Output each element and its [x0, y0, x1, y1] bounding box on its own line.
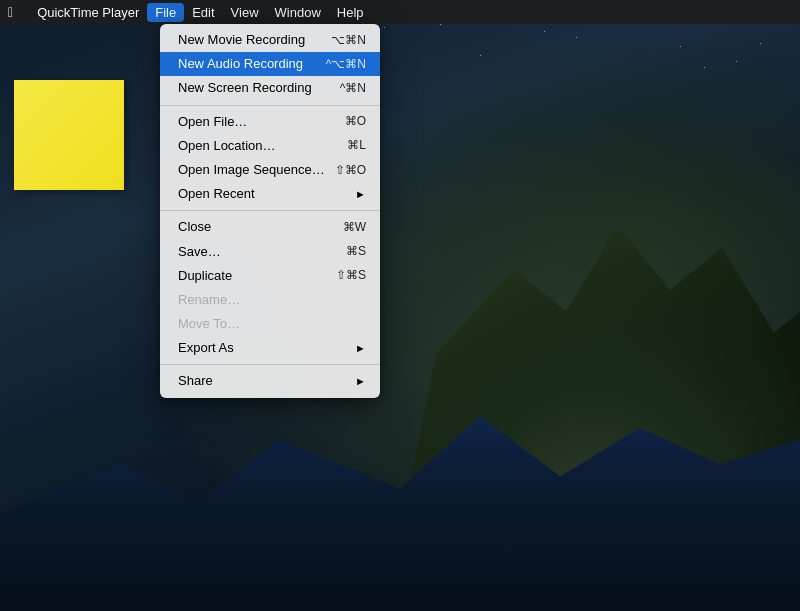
menu-item-new-audio-shortcut: ^⌥⌘N [326, 56, 366, 73]
menu-item-open-file[interactable]: Open File… ⌘O [160, 110, 380, 134]
submenu-arrow-open-recent: ► [355, 187, 366, 202]
menubar-help[interactable]: Help [329, 3, 372, 22]
menu-item-share-label: Share [178, 372, 355, 390]
menubar-edit[interactable]: Edit [184, 3, 222, 22]
menu-item-save[interactable]: Save… ⌘S [160, 240, 380, 264]
menu-item-duplicate-label: Duplicate [178, 267, 336, 285]
menu-item-new-screen[interactable]: New Screen Recording ^⌘N [160, 76, 380, 100]
apple-menu[interactable]:  [8, 4, 13, 20]
separator-1 [160, 105, 380, 106]
menu-item-export-as-label: Export As [178, 339, 355, 357]
menubar-window[interactable]: Window [267, 3, 329, 22]
menu-item-share[interactable]: Share ► [160, 369, 380, 393]
menu-item-new-movie[interactable]: New Movie Recording ⌥⌘N [160, 28, 380, 52]
menu-item-open-file-label: Open File… [178, 113, 345, 131]
menu-item-open-image-seq-shortcut: ⇧⌘O [335, 162, 366, 179]
menu-item-open-recent[interactable]: Open Recent ► [160, 182, 380, 206]
menu-item-duplicate-shortcut: ⇧⌘S [336, 267, 366, 284]
separator-3 [160, 364, 380, 365]
menu-item-rename-label: Rename… [178, 291, 366, 309]
menu-item-save-shortcut: ⌘S [346, 243, 366, 260]
menu-item-new-audio-label: New Audio Recording [178, 55, 326, 73]
menu-item-new-screen-shortcut: ^⌘N [340, 80, 366, 97]
menu-item-move-to-label: Move To… [178, 315, 366, 333]
menu-item-save-label: Save… [178, 243, 346, 261]
menubar-app-name[interactable]: QuickTime Player [29, 3, 147, 22]
menu-item-open-recent-label: Open Recent [178, 185, 355, 203]
submenu-arrow-export-as: ► [355, 341, 366, 356]
menu-item-new-audio[interactable]: New Audio Recording ^⌥⌘N [160, 52, 380, 76]
menu-item-duplicate[interactable]: Duplicate ⇧⌘S [160, 264, 380, 288]
menu-item-close-shortcut: ⌘W [343, 219, 366, 236]
menu-item-move-to: Move To… [160, 312, 380, 336]
menubar:  QuickTime Player File Edit View Window… [0, 0, 800, 24]
menu-item-open-location-label: Open Location… [178, 137, 347, 155]
menu-item-open-image-seq[interactable]: Open Image Sequence… ⇧⌘O [160, 158, 380, 182]
menu-item-open-image-seq-label: Open Image Sequence… [178, 161, 335, 179]
sticky-note [14, 80, 124, 190]
menu-item-close-label: Close [178, 218, 343, 236]
file-dropdown-menu: New Movie Recording ⌥⌘N New Audio Record… [160, 24, 380, 398]
menu-item-export-as[interactable]: Export As ► [160, 336, 380, 360]
menubar-view[interactable]: View [223, 3, 267, 22]
menu-item-new-movie-shortcut: ⌥⌘N [331, 32, 366, 49]
submenu-arrow-share: ► [355, 374, 366, 389]
menu-item-rename: Rename… [160, 288, 380, 312]
menubar-file[interactable]: File [147, 3, 184, 22]
menu-item-new-movie-label: New Movie Recording [178, 31, 331, 49]
menu-item-open-location[interactable]: Open Location… ⌘L [160, 134, 380, 158]
menu-item-new-screen-label: New Screen Recording [178, 79, 340, 97]
separator-2 [160, 210, 380, 211]
menu-item-close[interactable]: Close ⌘W [160, 215, 380, 239]
menu-item-open-file-shortcut: ⌘O [345, 113, 366, 130]
menu-item-open-location-shortcut: ⌘L [347, 137, 366, 154]
